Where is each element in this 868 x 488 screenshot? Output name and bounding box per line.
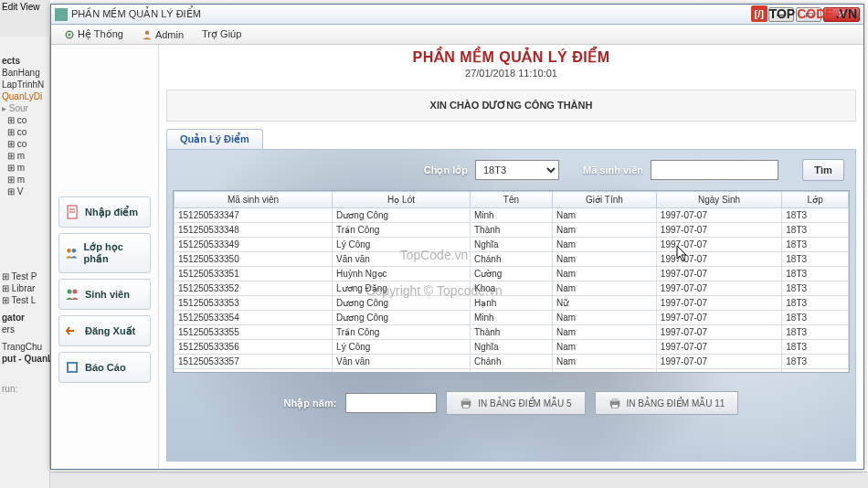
data-grid[interactable]: Mã sinh viênHọ LótTênGiới TínhNgày SinhL… — [173, 190, 850, 373]
class-label: Chọn lớp — [424, 164, 468, 176]
sidebar-lop-hoc-phan[interactable]: Lớp học phần — [58, 233, 151, 273]
print-mau-11-button[interactable]: IN BẢNG ĐIỂM MẪU 11 — [595, 391, 739, 415]
table-cell: Huỳnh Ngọc — [333, 267, 471, 281]
table-cell: Nam — [552, 267, 656, 281]
table-row[interactable]: 151250533347Dương CôngMinhNam1997-07-071… — [175, 208, 849, 223]
table-cell: 18T3 — [782, 325, 849, 340]
filter-bar: Chọn lớp 18T3 Mã sinh viên Tìm — [167, 150, 855, 190]
table-cell: Nam — [552, 340, 656, 355]
table-cell: 151250533357 — [175, 355, 333, 369]
ide-statusbar: ⓘ Notificati — [0, 472, 868, 488]
print-mau-5-button[interactable]: IN BẢNG ĐIỂM MẪU 5 — [446, 391, 585, 415]
search-button[interactable]: Tìm — [802, 159, 844, 181]
table-cell: 1997-07-07 — [656, 311, 781, 325]
table-cell: 151250533353 — [175, 296, 333, 311]
svg-point-8 — [68, 290, 72, 294]
table-cell: Minh — [470, 208, 552, 223]
table-cell: Nam — [552, 325, 656, 340]
column-header[interactable]: Tên — [470, 192, 552, 208]
table-cell: 1997-07-07 — [656, 238, 781, 252]
svg-point-9 — [73, 290, 78, 294]
brand-icon: [/] — [751, 5, 767, 22]
table-cell: 151250533350 — [175, 252, 333, 267]
print-icon — [460, 397, 472, 409]
column-header[interactable]: Giới Tính — [552, 192, 656, 208]
column-header[interactable]: Ngày Sinh — [656, 192, 781, 208]
table-row[interactable]: 151250533355Trần CôngThànhNam1997-07-071… — [175, 325, 849, 340]
table-row[interactable]: 151250533353Dương CôngHạnhNữ1997-07-0718… — [175, 296, 849, 311]
table-row[interactable]: 151250533349Lý CôngNghĩaNam1997-07-0718T… — [175, 238, 849, 252]
report-icon — [65, 360, 79, 375]
print-icon — [609, 397, 621, 409]
column-header[interactable]: Lớp — [782, 192, 849, 208]
table-cell: 1997-07-07 — [656, 296, 781, 311]
sidebar-item-label: Đăng Xuất — [85, 325, 135, 337]
table-row[interactable]: 151250533348Trần CôngThànhNam1997-07-071… — [175, 223, 849, 238]
footer-bar: Nhập năm: IN BẢNG ĐIỂM MẪU 5 IN BẢNG ĐIỂ… — [167, 373, 855, 426]
column-header[interactable]: Mã sinh viên — [175, 192, 333, 208]
table-cell: 151250533355 — [175, 325, 333, 340]
table-cell: 151250533347 — [175, 208, 333, 223]
sidebar-sinh-vien[interactable]: Sinh viên — [58, 279, 151, 310]
sidebar: Nhập điểm Lớp học phần Sinh viên Đăng Xu… — [51, 45, 159, 469]
table-cell: 151250533348 — [175, 223, 333, 238]
table-cell: 18T3 — [782, 296, 849, 311]
year-input[interactable] — [345, 393, 437, 413]
gear-icon — [64, 29, 75, 40]
menu-system[interactable]: Hệ Thống — [57, 27, 131, 42]
content-panel: Chọn lớp 18T3 Mã sinh viên Tìm Mã sinh v… — [166, 149, 856, 461]
student-id-input[interactable] — [651, 160, 778, 180]
table-cell: Trần Công — [333, 223, 471, 238]
svg-point-7 — [72, 249, 77, 253]
table-row[interactable]: 151250533351Huỳnh NgọcCườngNam1997-07-07… — [175, 267, 849, 281]
svg-point-2 — [145, 30, 150, 35]
titlebar: PHẦN MỀM QUẢN LÝ ĐIỂM — ▭ ✕ — [51, 5, 863, 25]
sidebar-item-label: Lớp học phần — [83, 241, 144, 265]
table-cell: Dương Công — [333, 311, 471, 325]
year-label: Nhập năm: — [284, 398, 337, 409]
column-header[interactable]: Họ Lót — [333, 192, 471, 208]
table-cell: Nam — [552, 238, 656, 252]
sidebar-dang-xuat[interactable]: Đăng Xuất — [58, 315, 151, 346]
table-cell: Văn văn — [333, 355, 471, 369]
table-cell: 18T3 — [782, 238, 849, 252]
menu-help[interactable]: Trợ Giúp — [195, 27, 249, 42]
ide-project-tree: ects BanHang LapTrinhN QuanLyDi ▸ Sour ⊞… — [0, 55, 50, 395]
svg-point-1 — [69, 33, 71, 36]
tab-quan-ly-diem[interactable]: Quản Lý Điểm — [166, 129, 263, 149]
table-cell: 18T3 — [782, 252, 849, 267]
table-cell: 1997-07-07 — [656, 355, 781, 369]
svg-rect-11 — [69, 364, 76, 371]
svg-rect-14 — [463, 405, 470, 408]
table-cell: 1997-07-07 — [656, 340, 781, 355]
table-cell: Thành — [470, 223, 552, 238]
table-cell: 18T3 — [782, 208, 849, 223]
table-cell: Nam — [552, 281, 656, 296]
table-cell: 1997-07-07 — [656, 252, 781, 267]
table-row[interactable]: 151250533352Lương ĐặngKhoaNam1997-07-071… — [175, 281, 849, 296]
sidebar-bao-cao[interactable]: Báo Cáo — [58, 352, 151, 383]
table-row[interactable]: 151250533350Văn vănChánhNam1997-07-0718T… — [175, 252, 849, 267]
watermark-brand: [/] TOPCODE.VN — [751, 5, 857, 22]
table-cell: 151250533352 — [175, 281, 333, 296]
table-cell: Nam — [552, 208, 656, 223]
timestamp: 27/01/2018 11:10:01 — [159, 68, 863, 79]
table-row[interactable]: 151250533354Dương CôngMinhNam1997-07-071… — [175, 311, 849, 325]
table-cell: Nam — [552, 252, 656, 267]
people-icon — [65, 246, 78, 260]
sidebar-nhap-diem[interactable]: Nhập điểm — [58, 196, 151, 228]
svg-rect-17 — [611, 405, 618, 408]
class-select[interactable]: 18T3 — [475, 160, 559, 180]
table-row[interactable]: 151250533356Lý CôngNghĩaNam1997-07-0718T… — [175, 340, 849, 355]
table-cell: 151250533356 — [175, 340, 333, 355]
table-cell: Nam — [552, 311, 656, 325]
table-cell: 151250533354 — [175, 311, 333, 325]
people-icon — [65, 287, 79, 302]
menubar: Hệ Thống Admin Trợ Giúp — [51, 25, 863, 45]
menu-admin[interactable]: Admin — [134, 27, 191, 42]
table-cell: Lý Công — [333, 238, 471, 252]
table-cell: Lương Đặng — [333, 281, 471, 296]
table-row[interactable]: 151250533357Văn vănChánhNam1997-07-0718T… — [175, 355, 849, 369]
table-cell: 18T3 — [782, 340, 849, 355]
table-cell: 18T3 — [782, 267, 849, 281]
